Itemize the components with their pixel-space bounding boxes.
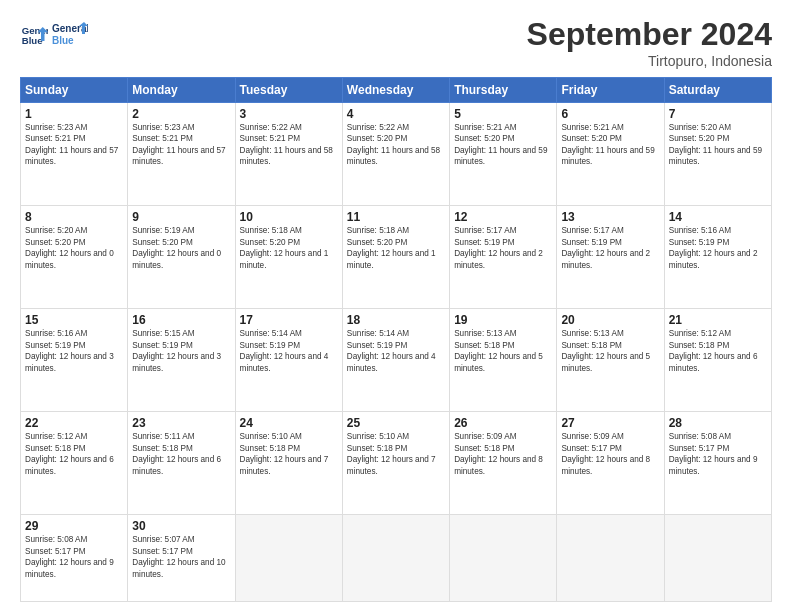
header: General Blue General Blue September 2024… [20, 16, 772, 69]
day-info: Sunrise: 5:14 AM Sunset: 5:19 PM Dayligh… [240, 328, 338, 374]
calendar-cell: 23 Sunrise: 5:11 AM Sunset: 5:18 PM Dayl… [128, 412, 235, 515]
calendar-cell: 1 Sunrise: 5:23 AM Sunset: 5:21 PM Dayli… [21, 103, 128, 206]
calendar-cell: 30 Sunrise: 5:07 AM Sunset: 5:17 PM Dayl… [128, 515, 235, 602]
weekday-header-tuesday: Tuesday [235, 78, 342, 103]
svg-text:Blue: Blue [22, 35, 43, 46]
day-number: 30 [132, 519, 230, 533]
calendar-table: SundayMondayTuesdayWednesdayThursdayFrid… [20, 77, 772, 602]
weekday-header-saturday: Saturday [664, 78, 771, 103]
day-number: 27 [561, 416, 659, 430]
logo: General Blue General Blue [20, 16, 88, 52]
day-number: 1 [25, 107, 123, 121]
calendar-week-row: 1 Sunrise: 5:23 AM Sunset: 5:21 PM Dayli… [21, 103, 772, 206]
day-number: 12 [454, 210, 552, 224]
day-number: 19 [454, 313, 552, 327]
calendar-cell: 17 Sunrise: 5:14 AM Sunset: 5:19 PM Dayl… [235, 309, 342, 412]
calendar-cell: 22 Sunrise: 5:12 AM Sunset: 5:18 PM Dayl… [21, 412, 128, 515]
calendar-cell: 7 Sunrise: 5:20 AM Sunset: 5:20 PM Dayli… [664, 103, 771, 206]
calendar-week-row: 29 Sunrise: 5:08 AM Sunset: 5:17 PM Dayl… [21, 515, 772, 602]
day-info: Sunrise: 5:21 AM Sunset: 5:20 PM Dayligh… [561, 122, 659, 168]
day-info: Sunrise: 5:08 AM Sunset: 5:17 PM Dayligh… [669, 431, 767, 477]
calendar-cell: 25 Sunrise: 5:10 AM Sunset: 5:18 PM Dayl… [342, 412, 449, 515]
day-number: 29 [25, 519, 123, 533]
day-info: Sunrise: 5:13 AM Sunset: 5:18 PM Dayligh… [454, 328, 552, 374]
day-info: Sunrise: 5:09 AM Sunset: 5:17 PM Dayligh… [561, 431, 659, 477]
calendar-cell [664, 515, 771, 602]
title-block: September 2024 Tirtopuro, Indonesia [527, 16, 772, 69]
location: Tirtopuro, Indonesia [527, 53, 772, 69]
day-info: Sunrise: 5:20 AM Sunset: 5:20 PM Dayligh… [669, 122, 767, 168]
day-info: Sunrise: 5:23 AM Sunset: 5:21 PM Dayligh… [132, 122, 230, 168]
day-info: Sunrise: 5:13 AM Sunset: 5:18 PM Dayligh… [561, 328, 659, 374]
day-number: 14 [669, 210, 767, 224]
day-info: Sunrise: 5:19 AM Sunset: 5:20 PM Dayligh… [132, 225, 230, 271]
day-info: Sunrise: 5:15 AM Sunset: 5:19 PM Dayligh… [132, 328, 230, 374]
calendar-cell: 3 Sunrise: 5:22 AM Sunset: 5:21 PM Dayli… [235, 103, 342, 206]
calendar-cell: 20 Sunrise: 5:13 AM Sunset: 5:18 PM Dayl… [557, 309, 664, 412]
day-info: Sunrise: 5:21 AM Sunset: 5:20 PM Dayligh… [454, 122, 552, 168]
calendar-week-row: 15 Sunrise: 5:16 AM Sunset: 5:19 PM Dayl… [21, 309, 772, 412]
day-number: 25 [347, 416, 445, 430]
month-title: September 2024 [527, 16, 772, 53]
weekday-header-friday: Friday [557, 78, 664, 103]
day-number: 13 [561, 210, 659, 224]
weekday-header-thursday: Thursday [450, 78, 557, 103]
calendar-cell: 24 Sunrise: 5:10 AM Sunset: 5:18 PM Dayl… [235, 412, 342, 515]
day-info: Sunrise: 5:14 AM Sunset: 5:19 PM Dayligh… [347, 328, 445, 374]
day-number: 3 [240, 107, 338, 121]
day-info: Sunrise: 5:11 AM Sunset: 5:18 PM Dayligh… [132, 431, 230, 477]
day-number: 20 [561, 313, 659, 327]
calendar-cell: 29 Sunrise: 5:08 AM Sunset: 5:17 PM Dayl… [21, 515, 128, 602]
day-number: 8 [25, 210, 123, 224]
calendar-cell: 18 Sunrise: 5:14 AM Sunset: 5:19 PM Dayl… [342, 309, 449, 412]
calendar-cell: 13 Sunrise: 5:17 AM Sunset: 5:19 PM Dayl… [557, 206, 664, 309]
calendar-cell: 8 Sunrise: 5:20 AM Sunset: 5:20 PM Dayli… [21, 206, 128, 309]
calendar-cell: 5 Sunrise: 5:21 AM Sunset: 5:20 PM Dayli… [450, 103, 557, 206]
calendar-cell: 14 Sunrise: 5:16 AM Sunset: 5:19 PM Dayl… [664, 206, 771, 309]
calendar-cell: 9 Sunrise: 5:19 AM Sunset: 5:20 PM Dayli… [128, 206, 235, 309]
calendar-cell: 26 Sunrise: 5:09 AM Sunset: 5:18 PM Dayl… [450, 412, 557, 515]
day-number: 4 [347, 107, 445, 121]
day-info: Sunrise: 5:10 AM Sunset: 5:18 PM Dayligh… [240, 431, 338, 477]
day-number: 16 [132, 313, 230, 327]
calendar-cell: 10 Sunrise: 5:18 AM Sunset: 5:20 PM Dayl… [235, 206, 342, 309]
day-number: 21 [669, 313, 767, 327]
day-info: Sunrise: 5:17 AM Sunset: 5:19 PM Dayligh… [561, 225, 659, 271]
day-info: Sunrise: 5:22 AM Sunset: 5:21 PM Dayligh… [240, 122, 338, 168]
day-number: 11 [347, 210, 445, 224]
day-info: Sunrise: 5:16 AM Sunset: 5:19 PM Dayligh… [669, 225, 767, 271]
calendar-cell: 15 Sunrise: 5:16 AM Sunset: 5:19 PM Dayl… [21, 309, 128, 412]
day-info: Sunrise: 5:17 AM Sunset: 5:19 PM Dayligh… [454, 225, 552, 271]
day-number: 7 [669, 107, 767, 121]
day-number: 22 [25, 416, 123, 430]
day-info: Sunrise: 5:10 AM Sunset: 5:18 PM Dayligh… [347, 431, 445, 477]
day-info: Sunrise: 5:09 AM Sunset: 5:18 PM Dayligh… [454, 431, 552, 477]
calendar-cell: 21 Sunrise: 5:12 AM Sunset: 5:18 PM Dayl… [664, 309, 771, 412]
weekday-header-wednesday: Wednesday [342, 78, 449, 103]
day-number: 10 [240, 210, 338, 224]
day-info: Sunrise: 5:18 AM Sunset: 5:20 PM Dayligh… [347, 225, 445, 271]
day-number: 28 [669, 416, 767, 430]
calendar-page: General Blue General Blue September 2024… [0, 0, 792, 612]
day-info: Sunrise: 5:12 AM Sunset: 5:18 PM Dayligh… [25, 431, 123, 477]
day-number: 26 [454, 416, 552, 430]
day-number: 9 [132, 210, 230, 224]
day-info: Sunrise: 5:18 AM Sunset: 5:20 PM Dayligh… [240, 225, 338, 271]
day-number: 6 [561, 107, 659, 121]
day-info: Sunrise: 5:07 AM Sunset: 5:17 PM Dayligh… [132, 534, 230, 580]
calendar-cell: 28 Sunrise: 5:08 AM Sunset: 5:17 PM Dayl… [664, 412, 771, 515]
calendar-cell [342, 515, 449, 602]
calendar-cell: 2 Sunrise: 5:23 AM Sunset: 5:21 PM Dayli… [128, 103, 235, 206]
day-info: Sunrise: 5:20 AM Sunset: 5:20 PM Dayligh… [25, 225, 123, 271]
day-info: Sunrise: 5:23 AM Sunset: 5:21 PM Dayligh… [25, 122, 123, 168]
day-number: 24 [240, 416, 338, 430]
weekday-header-sunday: Sunday [21, 78, 128, 103]
day-info: Sunrise: 5:12 AM Sunset: 5:18 PM Dayligh… [669, 328, 767, 374]
calendar-cell: 11 Sunrise: 5:18 AM Sunset: 5:20 PM Dayl… [342, 206, 449, 309]
day-number: 23 [132, 416, 230, 430]
calendar-cell: 27 Sunrise: 5:09 AM Sunset: 5:17 PM Dayl… [557, 412, 664, 515]
logo-bird-icon: General Blue [52, 16, 88, 52]
calendar-cell: 16 Sunrise: 5:15 AM Sunset: 5:19 PM Dayl… [128, 309, 235, 412]
calendar-cell: 12 Sunrise: 5:17 AM Sunset: 5:19 PM Dayl… [450, 206, 557, 309]
calendar-week-row: 8 Sunrise: 5:20 AM Sunset: 5:20 PM Dayli… [21, 206, 772, 309]
